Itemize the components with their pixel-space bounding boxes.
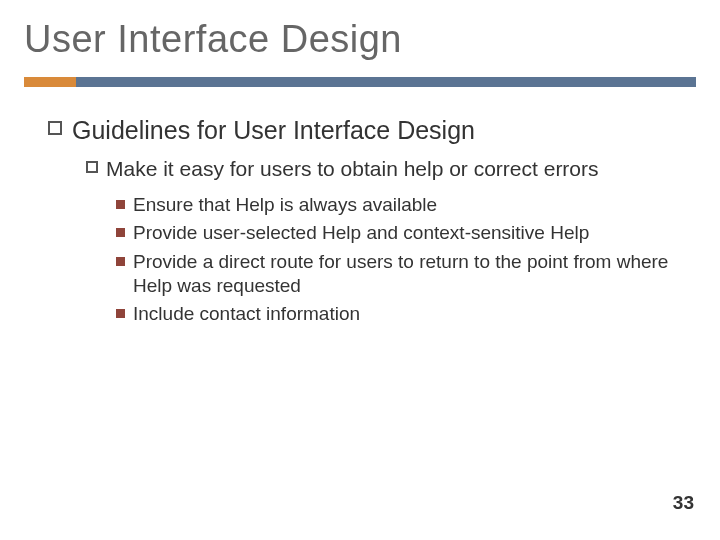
filled-square-bullet-icon	[116, 257, 125, 266]
sub-level-1: Make it easy for users to obtain help or…	[48, 156, 696, 326]
level2-text: Make it easy for users to obtain help or…	[106, 156, 599, 183]
open-square-bullet-icon	[48, 121, 62, 135]
slide: User Interface Design Guidelines for Use…	[0, 0, 720, 540]
accent-block	[24, 77, 76, 87]
bullet-level-3: Include contact information	[116, 302, 696, 326]
level1-text: Guidelines for User Interface Design	[72, 115, 475, 146]
bullet-level-3: Provide a direct route for users to retu…	[116, 250, 696, 299]
level3-text: Include contact information	[133, 302, 360, 326]
filled-square-bullet-icon	[116, 309, 125, 318]
rule-bar	[76, 77, 696, 87]
level3-text: Provide user-selected Help and context-s…	[133, 221, 589, 245]
bullet-level-2: Make it easy for users to obtain help or…	[86, 156, 696, 183]
page-number: 33	[673, 492, 694, 514]
slide-title: User Interface Design	[24, 18, 696, 61]
filled-square-bullet-icon	[116, 200, 125, 209]
bullet-level-3: Provide user-selected Help and context-s…	[116, 221, 696, 245]
sub-level-2: Ensure that Help is always available Pro…	[86, 193, 696, 327]
level3-text: Provide a direct route for users to retu…	[133, 250, 696, 299]
bullet-level-1: Guidelines for User Interface Design	[48, 115, 696, 146]
level3-text: Ensure that Help is always available	[133, 193, 437, 217]
open-square-bullet-icon	[86, 161, 98, 173]
filled-square-bullet-icon	[116, 228, 125, 237]
bullet-level-3: Ensure that Help is always available	[116, 193, 696, 217]
content-area: Guidelines for User Interface Design Mak…	[24, 115, 696, 327]
title-rule	[24, 77, 696, 87]
